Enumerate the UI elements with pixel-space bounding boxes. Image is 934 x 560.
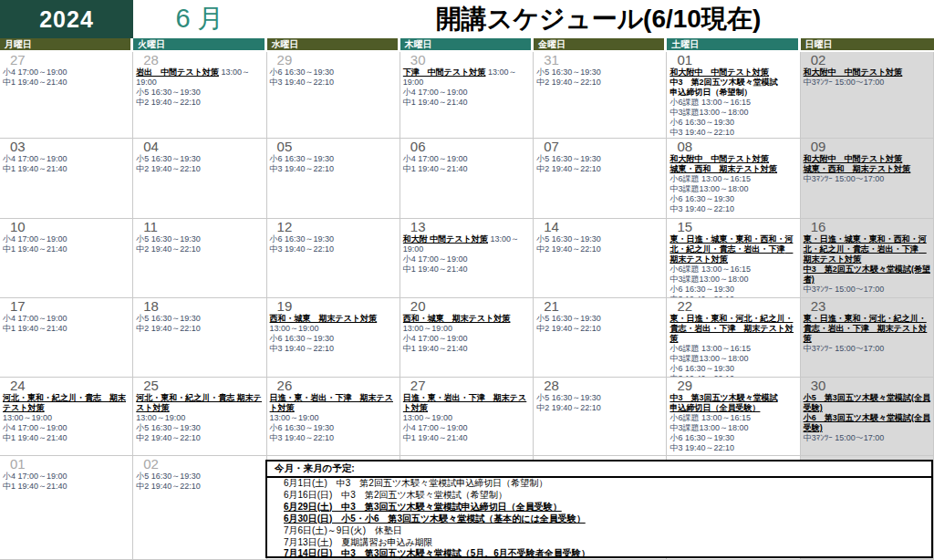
schedule-entry: 小5 16:30～19:30 [536, 154, 664, 164]
schedule-entry: 河北・東和・紀之川・貴志 期末テスト対策 [136, 393, 264, 413]
schedule-entry: 小4 17:00～19:00 [403, 334, 531, 344]
day-cell: 24河北・東和・紀之川・貴志 期末テスト対策13:00～19:00小4 17:0… [0, 378, 133, 456]
schedule-entry: 中3ﾏﾝﾂｰ 15:00～17:00 [804, 285, 931, 295]
entry-list: 小5 16:30～19:30中2 19:40～22:10 [536, 67, 664, 88]
entry-list: 小5 16:30～19:30中2 19:40～22:10 [536, 393, 664, 413]
schedule-entry: 東・日進・城東・東和・西和・河北・紀之川・貴志・岩出・下津 期末テスト対策 [669, 234, 797, 264]
notes-box: 今月・来月の予定: 6月1日(土) 中3 第2回五ツ木駸々堂模試申込締切日（希望… [265, 460, 933, 558]
date-number: 30 [804, 379, 931, 393]
entry-list: 中3 第3回五ツ木駸々堂模試申込締切日（全員受験）小6課題 13:00～16:1… [669, 393, 797, 453]
schedule-entry: 中3 19:40～22:10 [669, 443, 797, 453]
schedule-entry: 中1 19:40～21:40 [3, 78, 130, 88]
schedule-entry: 中1 19:40～21:40 [403, 344, 531, 354]
schedule-entry: 中3 第2回五ツ木駸々堂模試 [669, 78, 797, 88]
day-cell: 14小5 16:30～19:30中2 19:40～22:10 [534, 219, 667, 298]
date-number: 16 [804, 220, 931, 234]
schedule-entry: 小4 17:00～19:00 [3, 314, 130, 324]
schedule-entry: 小6 16:30～19:30 [270, 154, 398, 164]
schedule-entry: 小6 16:30～19:30 [669, 194, 797, 204]
date-number: 22 [669, 299, 797, 314]
schedule-entry: 和大附中 中間テスト対策 [804, 154, 931, 164]
date-number: 01 [669, 53, 797, 67]
schedule-entry: 小6課題 13:00～16:15 [669, 344, 797, 354]
day-cell: 20西和・城東 期末テスト対策 13:00～19:00小4 17:00～19:0… [400, 298, 534, 378]
date-number: 09 [804, 140, 931, 154]
day-cell: 29小6 16:30～19:30中3 19:40～22:10 [267, 52, 400, 139]
schedule-entry: 中2 19:40～22:10 [536, 78, 664, 88]
date-number: 18 [136, 299, 264, 314]
day-header: 土曜日 [667, 38, 797, 50]
schedule-entry: 小5 16:30～19:30 [536, 314, 664, 324]
day-cell: 09和大附中 中間テスト対策城東・西和 期末テスト対策中3ﾏﾝﾂｰ 15:00～… [801, 139, 934, 219]
entry-list: 河北・東和・紀之川・貴志 期末テスト対策13:00～19:00小4 17:00～… [3, 393, 130, 443]
date-number: 04 [136, 140, 264, 154]
schedule-entry: 城東・西和 期末テスト対策 [669, 164, 797, 174]
schedule-entry: 中1 19:40～21:40 [3, 244, 130, 254]
schedule-entry: 小6課題 13:00～16:15 [669, 98, 797, 108]
day-cell: 18小5 16:30～19:30中2 19:40～22:10 [133, 298, 266, 378]
entry-list: 和大附中 中間テスト対策中3 第2回五ツ木駸々堂模試申込締切日（希望制）小6課題… [669, 67, 797, 138]
entry-list: 西和・城東 期末テスト対策 13:00～19:00小4 17:00～19:00中… [403, 314, 531, 354]
schedule-entry: 中3 19:40～22:10 [270, 78, 398, 88]
schedule-entry: 小5 16:30～19:30 [136, 423, 264, 433]
day-header: 木曜日 [400, 38, 531, 50]
day-cell: 30下津 中間テスト対策 13:00～19:00小4 17:00～19:00中1… [400, 52, 534, 139]
schedule-entry: 小5 16:30～19:30 [536, 393, 664, 403]
schedule-entry: 中3 19:40～22:10 [270, 344, 398, 354]
entry-list: 小4 17:00～19:00中1 19:40～21:40 [3, 472, 130, 492]
schedule-entry: 中3課題13:00～18:00 [669, 275, 797, 285]
schedule-entry: 中2 19:40～22:10 [136, 98, 264, 108]
year-label: 2024 [0, 0, 133, 38]
date-number: 15 [669, 220, 797, 234]
day-cell: 19西和・城東 期末テスト対策 13:00～19:00小6 16:30～19:3… [267, 298, 400, 378]
notes-item: 6月16日(日) 中3 第2回五ツ木駸々堂模試（希望制） [267, 490, 931, 502]
schedule-entry: 中3 19:40～22:10 [270, 164, 398, 174]
notes-title: 今月・来月の予定: [267, 461, 931, 478]
day-cell: 01和大附中 中間テスト対策中3 第2回五ツ木駸々堂模試申込締切日（希望制）小6… [667, 52, 800, 139]
schedule-entry: 小6課題 13:00～16:15 [669, 264, 797, 275]
date-number: 19 [270, 299, 398, 314]
date-number: 27 [403, 379, 531, 393]
date-number: 11 [136, 220, 264, 234]
day-cell: 02小5 16:30～19:30中2 19:40～22:10 [133, 456, 266, 560]
month-label: 6 月 [133, 0, 266, 38]
schedule-entry: 13:00～19:00 [403, 413, 531, 423]
schedule-entry: 中1 19:40～21:40 [3, 433, 130, 443]
schedule-entry: 小4 17:00～19:00 [3, 472, 130, 482]
schedule-entry: 河北・東和・紀之川・貴志 期末テスト対策 [3, 393, 130, 413]
day-cell: 16東・日進・城東・東和・西和・河北・紀之川・貴志・岩出・下津 期末テスト対策中… [801, 219, 934, 298]
schedule-entry: 中2 19:40～22:10 [136, 482, 264, 492]
schedule-entry: 中3課題13:00～18:00 [669, 354, 797, 364]
schedule-entry: 小5 16:30～19:30 [136, 314, 264, 324]
schedule-entry: 小4 17:00～19:00 [403, 154, 531, 164]
entry-list: 小5 16:30～19:30中2 19:40～22:10 [536, 154, 664, 174]
schedule-entry: 中3ﾏﾝﾂｰ 15:00～17:00 [804, 433, 931, 443]
date-number: 07 [536, 140, 664, 154]
day-header: 月曜日 [0, 38, 130, 50]
entry-list: 小4 17:00～19:00中1 19:40～21:40 [3, 234, 130, 254]
schedule-entry: 小5 16:30～19:30 [536, 234, 664, 244]
schedule-entry: 中2 19:40～22:10 [136, 324, 264, 334]
schedule-entry: 小6 16:30～19:30 [270, 67, 398, 78]
entry-list: 西和・城東 期末テスト対策 13:00～19:00小6 16:30～19:30中… [270, 314, 398, 354]
day-cell: 12小6 16:30～19:30中3 19:40～22:10 [267, 219, 400, 298]
day-cell: 26日進・東・岩出・下津 期末テスト対策13:00～19:00小6 16:30～… [267, 378, 400, 456]
day-header: 火曜日 [133, 38, 264, 50]
entry-list: 東・日進・東和・河北・紀之川・貴志・岩出・下津 期末テスト対策中3ﾏﾝﾂｰ 15… [804, 314, 931, 354]
schedule-entry: 中1 19:40～21:40 [3, 324, 130, 334]
date-number: 24 [3, 379, 130, 393]
schedule-entry: 和大附中 中間テスト対策 [669, 67, 797, 78]
notes-item: 7月14日(日) 中3 第3回五ツ木駸々堂模試（5月、6月不受験者全員受験） [267, 548, 931, 558]
schedule-entry: 中3 19:40～22:10 [270, 244, 398, 254]
entry-list: 和大附中 中間テスト対策城東・西和 期末テスト対策中3ﾏﾝﾂｰ 15:00～17… [804, 154, 931, 184]
day-cell: 21小5 16:30～19:30中2 19:40～22:10 [534, 298, 667, 378]
date-number: 28 [136, 53, 264, 67]
schedule-entry: 小5 16:30～19:30 [136, 234, 264, 244]
entry-list: 小4 17:00～19:00中1 19:40～21:40 [3, 314, 130, 334]
entry-list: 小5 16:30～19:30中2 19:40～22:10 [136, 234, 264, 254]
day-header: 日曜日 [801, 38, 934, 50]
schedule-entry: 申込締切日（全員受験） [669, 403, 797, 413]
date-number: 23 [804, 299, 931, 314]
schedule-entry: 中3ﾏﾝﾂｰ 15:00～17:00 [804, 344, 931, 354]
entry-list: 小6 16:30～19:30中3 19:40～22:10 [270, 234, 398, 254]
